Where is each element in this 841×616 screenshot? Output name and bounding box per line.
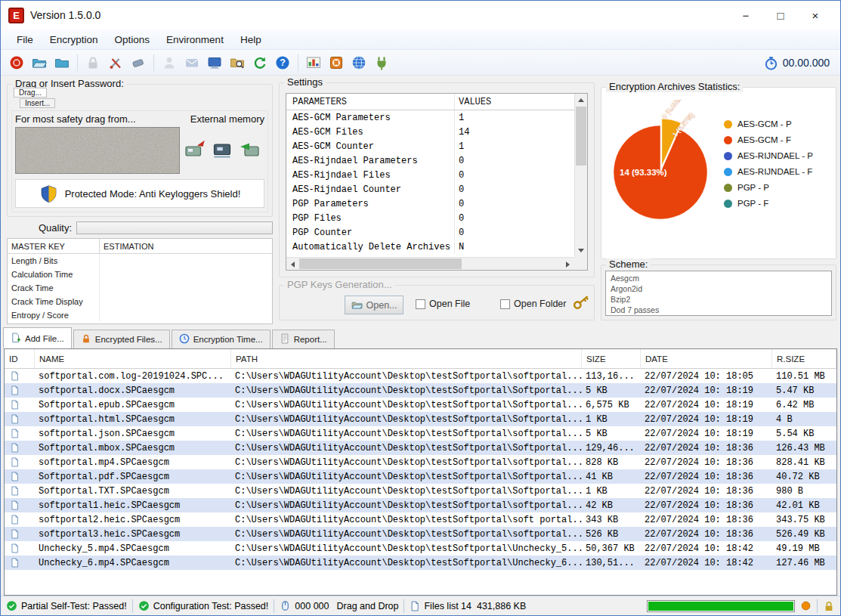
settings-row[interactable]: Automatically Delete ArchivesN (286, 240, 587, 254)
table-row[interactable]: softportal1.heic.SPCaesgcmC:\Users\WDAGU… (5, 498, 836, 512)
master-key-row: Length / Bits (8, 254, 272, 268)
values-header: VALUES (454, 94, 587, 110)
scroll-up-button[interactable] (575, 94, 587, 107)
menu-file[interactable]: File (8, 31, 42, 48)
safe-icon[interactable] (326, 53, 346, 73)
scheme-item[interactable]: Aesgcm (611, 273, 827, 283)
open-button[interactable]: Open... (345, 296, 403, 314)
user-icon[interactable] (159, 53, 179, 73)
scheme-item[interactable]: Dod 7 passes (611, 305, 827, 315)
cell-path: C:\Users\WDAGUtilityAccount\Desktop\test… (231, 400, 582, 410)
cell-rsize: 126.43 MB (772, 443, 836, 453)
scheme-list[interactable]: AesgcmArgon2idBzip2Dod 7 passes (605, 271, 832, 316)
folder-search-icon[interactable] (227, 53, 247, 73)
table-row[interactable]: Softportal.epub.SPCaesgcmC:\Users\WDAGUt… (5, 398, 836, 412)
password-groupbox: Drag or Insert Password: Drag... Insert.… (7, 84, 273, 217)
tab-report[interactable]: Report... (272, 330, 335, 348)
file-col-r-size[interactable]: R.SIZE (772, 349, 836, 368)
table-row[interactable]: Unchecky_6.mp4.SPCaesgcmC:\Users\WDAGUti… (5, 556, 836, 570)
svg-text:0 (0.00%): 0 (0.00%) (660, 100, 685, 120)
file-col-date[interactable]: DATE (641, 349, 772, 368)
entropy-noise-area[interactable] (15, 127, 180, 174)
table-row[interactable]: softportal3.heic.SPCaesgcmC:\Users\WDAGU… (5, 527, 836, 541)
table-row[interactable]: Softportal.mbox.SPCaesgcmC:\Users\WDAGUt… (5, 441, 836, 455)
table-row[interactable]: softportal.mp4.SPCaesgcmC:\Users\WDAGUti… (5, 455, 836, 469)
plug-icon[interactable] (372, 53, 391, 73)
scroll-left-button[interactable] (286, 258, 299, 271)
minimize-button[interactable]: − (728, 1, 763, 29)
file-col-name[interactable]: NAME (35, 349, 231, 368)
menu-options[interactable]: Options (107, 31, 159, 48)
checkbox-icon[interactable] (416, 299, 425, 309)
refresh-icon[interactable] (250, 53, 270, 73)
file-icon (5, 515, 35, 525)
cell-path: C:\Users\WDAGUtilityAccount\Desktop\test… (231, 457, 582, 468)
settings-horizontal-scrollbar[interactable] (286, 257, 574, 270)
save-key-icon[interactable] (211, 138, 233, 160)
export-key-icon[interactable] (184, 138, 206, 160)
lock-icon[interactable] (83, 53, 103, 73)
tab-encrypted-files[interactable]: Encrypted Files... (73, 330, 170, 348)
eraser-icon[interactable] (128, 53, 148, 73)
help-icon[interactable]: ? (273, 53, 292, 73)
menu-encryption[interactable]: Encryption (42, 31, 107, 48)
tab-add-file[interactable]: Add File... (3, 327, 72, 348)
open-file-checkbox[interactable]: Open File (416, 299, 470, 309)
folder-icon[interactable] (52, 53, 72, 73)
menu-environment[interactable]: Environment (158, 31, 232, 48)
settings-row[interactable]: AES-GCM Parameters1 (286, 110, 587, 125)
horizontal-scrollbar-thumb[interactable] (299, 258, 462, 269)
tab-drag[interactable]: Drag... (14, 88, 47, 98)
checkbox-icon[interactable] (500, 299, 510, 309)
arrow-up-icon (578, 98, 584, 102)
screen-icon[interactable] (205, 53, 224, 73)
table-row[interactable]: softportal.html.SPCaesgcmC:\Users\WDAGUt… (5, 412, 836, 426)
toolbar: 00.00.000 ? (1, 50, 840, 76)
power-icon[interactable] (7, 53, 26, 73)
scheme-item[interactable]: Argon2id (611, 283, 827, 294)
mail-icon[interactable] (182, 53, 202, 73)
table-row[interactable]: Softportal.TXT.SPCaesgcmC:\Users\WDAGUti… (5, 484, 836, 498)
table-row[interactable]: softportal2.heic.SPCaesgcmC:\Users\WDAGU… (5, 512, 836, 527)
file-col-id[interactable]: ID (5, 349, 35, 368)
settings-vertical-scrollbar[interactable] (574, 94, 587, 257)
settings-row[interactable]: AES-GCM Files14 (286, 125, 587, 139)
scroll-right-button[interactable] (561, 258, 574, 271)
tools-icon[interactable] (106, 53, 125, 73)
open-folder-icon[interactable] (29, 53, 49, 73)
close-button[interactable]: × (798, 1, 833, 29)
drag-tab-page: For most safety drag from... External me… (11, 110, 268, 212)
import-key-icon[interactable] (238, 138, 261, 160)
settings-row[interactable]: AES-Rijndael Counter0 (286, 182, 587, 197)
file-col-size[interactable]: SIZE (582, 349, 641, 368)
chart-icon[interactable] (304, 53, 323, 73)
settings-row[interactable]: AES-Rijndael Files0 (286, 168, 587, 182)
scheme-item[interactable]: Bzip2 (611, 294, 827, 305)
status-separator (274, 599, 274, 613)
parameter-value: 0 (454, 153, 587, 168)
settings-row[interactable]: AES-GCM Counter1 (286, 139, 587, 153)
settings-row[interactable]: AES-Rijndael Parameters0 (286, 153, 587, 168)
table-row[interactable]: Unchecky_5.mp4.SPCaesgcmC:\Users\WDAGUti… (5, 541, 836, 556)
table-row[interactable]: softportal.com.log-20191024.SPC...C:\Use… (5, 369, 836, 383)
open-folder-checkbox[interactable]: Open Folder (500, 299, 566, 309)
file-col-path[interactable]: PATH (231, 349, 582, 368)
vertical-scrollbar-thumb[interactable] (576, 107, 586, 166)
table-row[interactable]: softportal.json.SPCaesgcmC:\Users\WDAGUt… (5, 426, 836, 441)
tab-encryption-time[interactable]: Encryption Time... (172, 330, 271, 348)
table-row[interactable]: softportal.docx.SPCaesgcmC:\Users\WDAGUt… (5, 383, 836, 398)
maximize-button[interactable]: □ (763, 1, 798, 29)
table-row[interactable]: Softportal.pdf.SPCaesgcmC:\Users\WDAGUti… (5, 469, 836, 484)
globe-icon[interactable] (349, 53, 369, 73)
tab-insert[interactable]: Insert... (20, 98, 55, 108)
menu-help[interactable]: Help (232, 31, 270, 48)
tab-label: Encryption Time... (193, 335, 263, 344)
title-bar[interactable]: E Version 1.5.0.0 −□× (1, 1, 840, 29)
key-icon[interactable] (573, 293, 590, 311)
scroll-down-button[interactable] (575, 244, 587, 257)
parameter-name: AES-GCM Counter (286, 141, 454, 152)
settings-row[interactable]: PGP Parameters0 (286, 197, 587, 211)
settings-row[interactable]: PGP Counter0 (286, 225, 587, 240)
lock-status-icon[interactable] (823, 600, 835, 612)
settings-row[interactable]: PGP Files0 (286, 211, 587, 225)
